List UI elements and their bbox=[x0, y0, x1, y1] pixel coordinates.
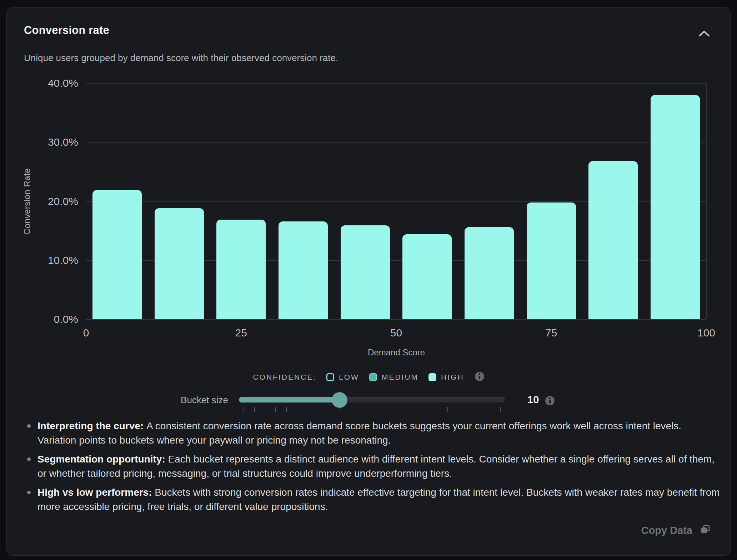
confidence-legend: CONFIDENCE: LOWMEDIUMHIGH bbox=[7, 371, 731, 383]
y-tick-label: 40.0% bbox=[7, 77, 78, 89]
note-lead: Interpreting the curve: bbox=[37, 420, 146, 431]
bar bbox=[651, 95, 700, 319]
x-axis-title: Demand Score bbox=[368, 348, 425, 358]
slider-tick bbox=[286, 407, 287, 412]
x-tick-label: 50 bbox=[390, 327, 402, 339]
note-item: Segmentation opportunity: Each bucket re… bbox=[24, 452, 721, 481]
info-icon bbox=[474, 371, 485, 383]
slider-thumb[interactable] bbox=[332, 392, 347, 408]
bar bbox=[92, 190, 142, 319]
plot-right-edge bbox=[706, 83, 707, 319]
slider-tick bbox=[275, 407, 276, 412]
legend-swatch-medium bbox=[369, 373, 377, 381]
page: Conversion rate Unique users grouped by … bbox=[0, 0, 737, 560]
legend-item-high[interactable]: HIGH bbox=[428, 373, 464, 381]
conversion-rate-bar-chart: Conversion Rate 40.0%30.0%20.0%10.0%0.0%… bbox=[7, 72, 731, 361]
legend-item-label: HIGH bbox=[441, 373, 464, 381]
copy-data-button[interactable]: Copy Data bbox=[641, 525, 711, 536]
legend-swatch-low bbox=[326, 373, 334, 381]
slider-tick bbox=[340, 407, 340, 412]
slider-fill bbox=[239, 397, 340, 402]
bucket-size-control: Bucket size 10 bbox=[7, 386, 731, 420]
legend-item-low[interactable]: LOW bbox=[326, 373, 359, 381]
bar bbox=[402, 234, 452, 319]
bar bbox=[465, 227, 514, 319]
collapse-button[interactable] bbox=[696, 28, 712, 40]
bar bbox=[155, 208, 204, 319]
legend-items: LOWMEDIUMHIGH bbox=[326, 373, 464, 381]
bar bbox=[588, 161, 638, 319]
info-icon bbox=[545, 395, 555, 407]
legend-label: CONFIDENCE: bbox=[253, 373, 316, 381]
legend-info-button[interactable] bbox=[474, 371, 485, 383]
slider-ticks bbox=[239, 407, 505, 413]
bucket-size-slider[interactable] bbox=[239, 397, 505, 402]
x-tick-label: 75 bbox=[545, 327, 557, 339]
legend-swatch-high bbox=[428, 373, 436, 381]
note-item: Interpreting the curve: A consistent con… bbox=[24, 419, 721, 448]
slider-info-button[interactable] bbox=[545, 395, 555, 407]
note-lead: High vs low performers: bbox=[37, 487, 155, 498]
slider-tick bbox=[244, 407, 244, 412]
bar bbox=[341, 225, 390, 319]
conversion-rate-card: Conversion rate Unique users grouped by … bbox=[6, 7, 731, 556]
legend-item-label: LOW bbox=[339, 373, 359, 381]
note-item: High vs low performers: Buckets with str… bbox=[24, 485, 721, 514]
slider-tick bbox=[254, 407, 255, 412]
legend-item-medium[interactable]: MEDIUM bbox=[369, 373, 418, 381]
chart-subtitle: Unique users grouped by demand score wit… bbox=[24, 52, 338, 64]
page-title: Conversion rate bbox=[24, 24, 109, 37]
bar bbox=[279, 221, 328, 319]
gridline bbox=[86, 83, 706, 84]
y-tick-label: 10.0% bbox=[7, 254, 78, 266]
x-tick-label: 100 bbox=[697, 327, 715, 339]
note-lead: Segmentation opportunity: bbox=[37, 454, 168, 465]
slider-value: 10 bbox=[527, 394, 539, 406]
y-tick-label: 0.0% bbox=[7, 313, 78, 325]
gridline bbox=[86, 142, 706, 142]
copy-icon bbox=[700, 525, 711, 536]
y-tick-label: 20.0% bbox=[7, 195, 78, 208]
slider-tick bbox=[447, 407, 448, 412]
slider-tick bbox=[500, 407, 501, 412]
gridline bbox=[86, 319, 706, 320]
insight-notes: Interpreting the curve: A consistent con… bbox=[24, 419, 721, 519]
slider-label: Bucket size bbox=[157, 395, 228, 406]
chevron-up-icon bbox=[697, 29, 712, 40]
legend-item-label: MEDIUM bbox=[382, 373, 418, 381]
bar bbox=[527, 202, 576, 319]
bar bbox=[216, 220, 266, 319]
copy-data-label: Copy Data bbox=[641, 525, 692, 536]
y-tick-label: 30.0% bbox=[7, 136, 78, 148]
x-tick-label: 25 bbox=[235, 327, 247, 339]
x-tick-label: 0 bbox=[83, 327, 89, 339]
